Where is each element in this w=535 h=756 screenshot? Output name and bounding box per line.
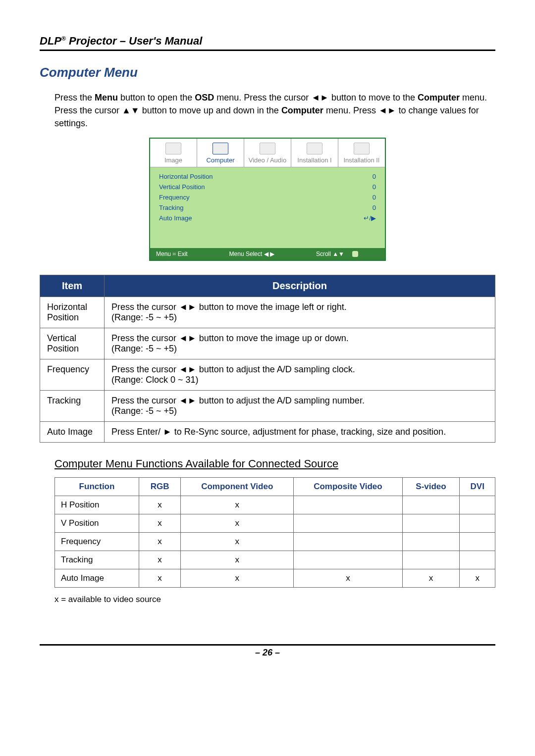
header-composite: Composite Video [294, 478, 402, 496]
cell-fn: Frequency [55, 533, 139, 551]
table-row: H Positionxx [55, 496, 495, 514]
cell-item: Horizontal Position [40, 297, 105, 328]
osd-row-value: ↵/▶ [364, 214, 376, 222]
cell [294, 533, 402, 551]
installation-2-icon [354, 143, 370, 154]
cell [402, 533, 460, 551]
cell [402, 551, 460, 569]
cell: x [139, 533, 181, 551]
header-rgb: RGB [139, 478, 181, 496]
page-number: – 26 – [40, 646, 495, 658]
osd-row: Tracking0 [159, 202, 376, 213]
osd-tab-video-audio: Video / Audio [244, 139, 291, 167]
cell [402, 496, 460, 514]
osd-row-value: 0 [373, 183, 376, 191]
availability-note: x = available to video source [54, 595, 495, 605]
osd-tab-computer: Computer [197, 139, 244, 167]
header-function: Function [55, 478, 139, 496]
table-row: FrequencyPress the cursor ◄► button to a… [40, 359, 495, 391]
header-item: Item [40, 275, 105, 297]
header-title: DLP® Projector – User's Manual [40, 35, 202, 47]
header-dvi: DVI [460, 478, 495, 496]
intro-t2: menu. Press the cursor ◄► button to move… [214, 93, 418, 102]
cell-fn: V Position [55, 514, 139, 533]
cell [402, 514, 460, 533]
osd-tabs: Image Computer Video / Audio Installatio… [150, 139, 385, 167]
cell-item: Frequency [40, 359, 105, 391]
osd-row: Frequency0 [159, 192, 376, 202]
cell-item: Vertical Position [40, 328, 105, 359]
cell-fn: H Position [55, 496, 139, 514]
osd-row-value: 0 [373, 173, 376, 180]
cell: x [139, 551, 181, 569]
cell [460, 551, 495, 569]
cell: x [181, 514, 294, 533]
cell-desc: Press the cursor ◄► button to adjust the… [105, 391, 495, 422]
cell: x [181, 533, 294, 551]
lamp-icon [352, 251, 358, 257]
cell: x [139, 569, 181, 588]
osd-row-label: Tracking [159, 204, 183, 211]
table-row: V Positionxx [55, 514, 495, 533]
computer-icon [213, 143, 228, 154]
header-description: Description [105, 275, 495, 297]
osd-rows: Horizontal Position0 Vertical Position0 … [150, 167, 385, 248]
cell-fn: Auto Image [55, 569, 139, 588]
table-row: Trackingxx [55, 551, 495, 569]
section-title: Computer Menu [40, 65, 495, 80]
table-row: Function RGB Component Video Composite V… [55, 478, 495, 496]
header-rule: DLP® Projector – User's Manual [40, 35, 495, 51]
intro-t1: button to open the [118, 93, 195, 102]
cell [460, 514, 495, 533]
table-row: Frequencyxx [55, 533, 495, 551]
osd-row-label: Frequency [159, 194, 189, 201]
osd-row-label: Horizontal Position [159, 173, 213, 180]
registered-mark: ® [61, 35, 66, 42]
cell [460, 533, 495, 551]
table-row: Vertical PositionPress the cursor ◄► but… [40, 328, 495, 359]
subsection-title: Computer Menu Functions Available for Co… [54, 457, 495, 470]
osd-tab-installation-1: Installation I [291, 139, 338, 167]
cell [460, 496, 495, 514]
intro-paragraph: Press the Menu button to open the OSD me… [54, 91, 495, 130]
cell-fn: Tracking [55, 551, 139, 569]
osd-tab-label: Image [164, 156, 182, 164]
header-post: Projector – User's Manual [66, 35, 202, 47]
osd-footer-right: Scroll ▲▼ [316, 251, 344, 257]
installation-1-icon [307, 143, 322, 154]
table-row: Item Description [40, 275, 495, 297]
osd-row: Vertical Position0 [159, 182, 376, 192]
osd-row-value: 0 [373, 194, 376, 201]
osd-row-label: Vertical Position [159, 183, 205, 191]
intro-b3: Computer [418, 93, 460, 102]
cell-desc: Press the cursor ◄► button to move the i… [105, 328, 495, 359]
video-audio-icon [260, 143, 275, 154]
osd-row: Horizontal Position0 [159, 171, 376, 182]
osd-footer-left: Menu = Exit [156, 251, 188, 257]
intro-t0: Press the [54, 93, 95, 102]
osd-footer-mid: Menu Select ◀ ▶ [229, 251, 274, 257]
cell: x [139, 514, 181, 533]
osd-row-value: 0 [373, 204, 376, 211]
header-pre: DLP [40, 35, 61, 47]
page: DLP® Projector – User's Manual Computer … [0, 0, 535, 678]
osd-tab-label: Computer [206, 156, 234, 164]
table-row: Auto Imagexxxxx [55, 569, 495, 588]
header-component: Component Video [181, 478, 294, 496]
cell-item: Auto Image [40, 422, 105, 443]
cell [294, 514, 402, 533]
cell: x [139, 496, 181, 514]
osd-screenshot: Image Computer Video / Audio Installatio… [40, 138, 495, 261]
intro-b4: Computer [281, 105, 323, 115]
header-svideo: S-video [402, 478, 460, 496]
intro-b2: OSD [195, 93, 214, 102]
table-row: Horizontal PositionPress the cursor ◄► b… [40, 297, 495, 328]
footer-rule: – 26 – [40, 644, 495, 658]
cell: x [181, 569, 294, 588]
description-table: Item Description Horizontal PositionPres… [40, 275, 495, 443]
osd-tab-image: Image [150, 139, 197, 167]
cell-item: Tracking [40, 391, 105, 422]
osd-tab-label: Video / Audio [249, 156, 286, 164]
osd-footer: Menu = Exit Menu Select ◀ ▶ Scroll ▲▼ [150, 248, 385, 260]
osd-tab-label: Installation II [344, 156, 380, 164]
